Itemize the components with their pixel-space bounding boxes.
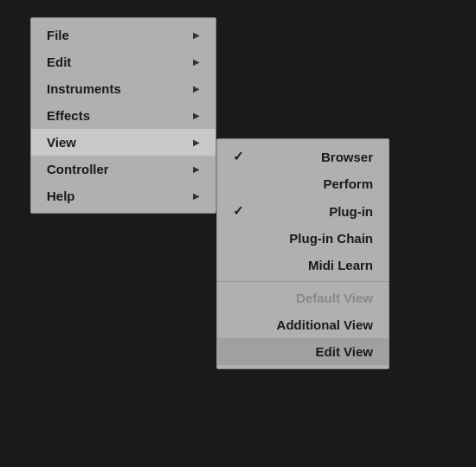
submenu-arrow-icon: ▶ [193,84,200,93]
menu-item-label: View [47,135,76,150]
secondary-menu-item-label: Additional View [277,317,373,332]
submenu-arrow-icon: ▶ [193,191,200,201]
secondary-menu: ✓ BrowserPerform✓ Plug-inPlug-in ChainMi… [216,138,389,369]
primary-menu-item-instruments[interactable]: Instruments▶ [31,75,215,102]
secondary-menu-item-label: Edit View [316,344,373,359]
primary-menu-item-file[interactable]: File▶ [31,22,215,48]
primary-menu-item-controller[interactable]: Controller▶ [31,156,215,182]
menu-separator [217,281,389,282]
secondary-menu-item-additional-view[interactable]: Additional View [217,311,389,338]
checkmark-icon: ✓ [233,203,250,219]
checkmark-icon: ✓ [233,149,250,164]
secondary-menu-item-plugin-chain[interactable]: Plug-in Chain [217,225,389,252]
menu-item-label: Edit [47,54,71,69]
secondary-menu-item-label: Default View [296,291,373,305]
menu-item-label: Effects [47,108,90,123]
secondary-menu-item-browser[interactable]: ✓ Browser [217,143,389,170]
secondary-menu-item-perform[interactable]: Perform [217,170,389,197]
submenu-arrow-icon: ▶ [193,164,200,174]
submenu-arrow-icon: ▶ [193,30,200,40]
menu-item-label: File [47,28,69,42]
primary-menu-item-help[interactable]: Help▶ [31,182,215,209]
secondary-menu-item-label: Plug-in [329,204,373,219]
menu-item-label: Instruments [47,81,121,96]
primary-menu-item-edit[interactable]: Edit▶ [31,48,215,75]
menu-item-label: Help [47,189,75,203]
menu-item-label: Controller [47,162,109,176]
secondary-menu-item-default-view: Default View [217,285,389,311]
secondary-menu-item-edit-view[interactable]: Edit View [217,338,389,365]
submenu-arrow-icon: ▶ [193,111,200,120]
primary-menu-item-view[interactable]: View▶ [31,129,215,156]
submenu-arrow-icon: ▶ [193,57,200,67]
primary-menu-item-effects[interactable]: Effects▶ [31,102,215,129]
secondary-menu-item-label: Plug-in Chain [289,231,373,246]
secondary-menu-item-label: Browser [321,150,373,164]
menu-container: File▶Edit▶Instruments▶Effects▶View▶Contr… [30,17,389,369]
secondary-menu-item-label: Midi Learn [308,258,373,272]
secondary-menu-item-plugin[interactable]: ✓ Plug-in [217,197,389,225]
secondary-menu-item-label: Perform [323,176,373,191]
submenu-arrow-icon: ▶ [193,138,200,147]
primary-menu: File▶Edit▶Instruments▶Effects▶View▶Contr… [30,17,216,214]
secondary-menu-item-midi-learn[interactable]: Midi Learn [217,252,389,278]
